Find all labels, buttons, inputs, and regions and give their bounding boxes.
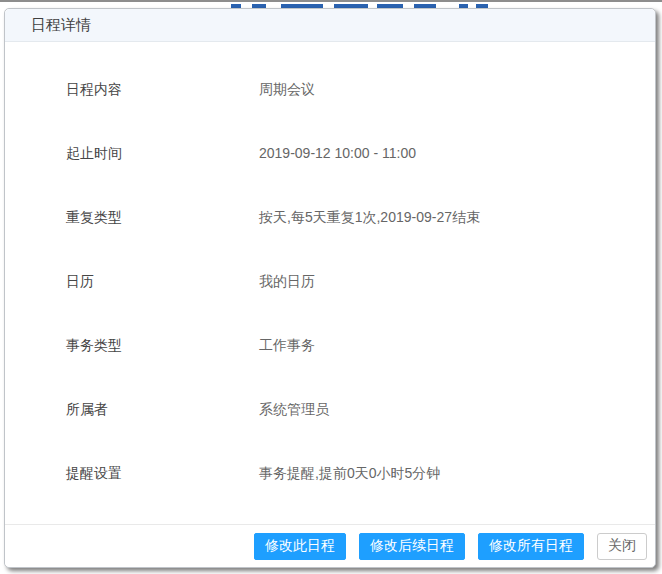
field-label: 起止时间 bbox=[66, 144, 259, 162]
dialog-header: 日程详情 bbox=[5, 9, 655, 42]
modify-this-schedule-button[interactable]: 修改此日程 bbox=[254, 533, 346, 560]
field-label: 日历 bbox=[66, 272, 259, 290]
field-row-schedule-content: 日程内容 周期会议 bbox=[66, 80, 655, 144]
dialog-footer: 修改此日程 修改后续日程 修改所有日程 关闭 bbox=[5, 524, 655, 567]
field-value: 系统管理员 bbox=[259, 400, 329, 418]
close-button[interactable]: 关闭 bbox=[597, 533, 647, 560]
modify-all-schedules-button[interactable]: 修改所有日程 bbox=[478, 533, 584, 560]
field-row-owner: 所属者 系统管理员 bbox=[66, 400, 655, 464]
field-value: 周期会议 bbox=[259, 80, 315, 98]
field-row-time-range: 起止时间 2019-09-12 10:00 - 11:00 bbox=[66, 144, 655, 208]
field-label: 事务类型 bbox=[66, 336, 259, 354]
field-row-task-type: 事务类型 工作事务 bbox=[66, 336, 655, 400]
field-value: 工作事务 bbox=[259, 336, 315, 354]
modify-following-schedules-button[interactable]: 修改后续日程 bbox=[359, 533, 465, 560]
dialog-title: 日程详情 bbox=[5, 16, 91, 35]
field-value: 2019-09-12 10:00 - 11:00 bbox=[259, 144, 416, 162]
field-value: 我的日历 bbox=[259, 272, 315, 290]
field-label: 日程内容 bbox=[66, 80, 259, 98]
field-row-reminder: 提醒设置 事务提醒,提前0天0小时5分钟 bbox=[66, 464, 655, 524]
field-label: 所属者 bbox=[66, 400, 259, 418]
field-value: 按天,每5天重复1次,2019-09-27结束 bbox=[259, 208, 480, 226]
field-row-calendar: 日历 我的日历 bbox=[66, 272, 655, 336]
field-value: 事务提醒,提前0天0小时5分钟 bbox=[259, 464, 440, 482]
dialog-body: 日程内容 周期会议 起止时间 2019-09-12 10:00 - 11:00 … bbox=[5, 42, 655, 524]
field-row-repeat-type: 重复类型 按天,每5天重复1次,2019-09-27结束 bbox=[66, 208, 655, 272]
field-label: 重复类型 bbox=[66, 208, 259, 226]
schedule-detail-dialog: 日程详情 日程内容 周期会议 起止时间 2019-09-12 10:00 - 1… bbox=[4, 8, 656, 568]
field-label: 提醒设置 bbox=[66, 464, 259, 482]
